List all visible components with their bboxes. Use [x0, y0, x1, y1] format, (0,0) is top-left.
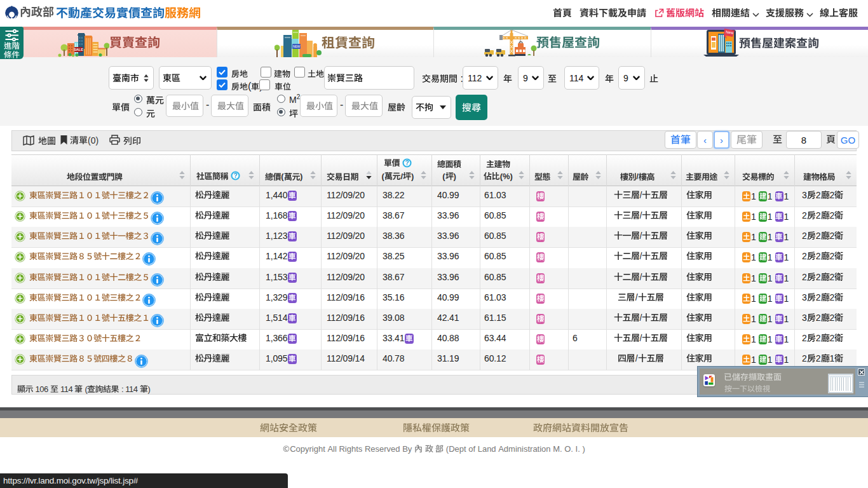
- svg-text:?: ?: [405, 159, 409, 166]
- svg-text:NEW: NEW: [293, 44, 301, 48]
- svg-text:SALE: SALE: [74, 48, 83, 51]
- svg-text:?: ?: [234, 172, 238, 179]
